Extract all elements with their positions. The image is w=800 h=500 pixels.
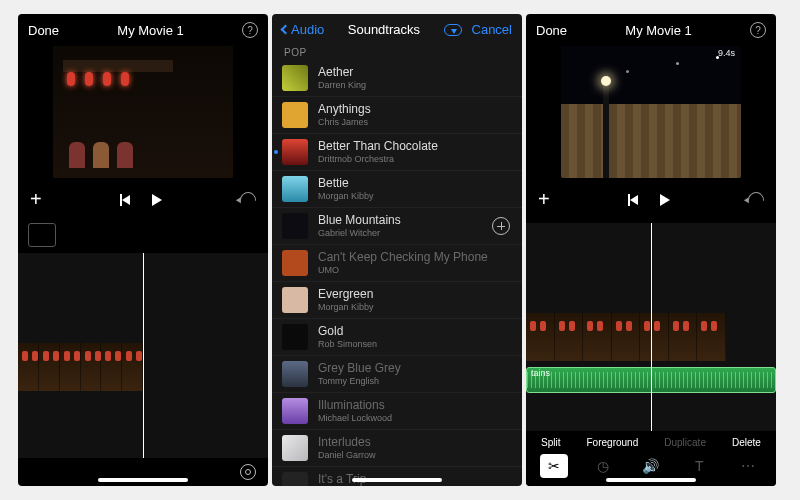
track-artist: Morgan Kibby [318,191,374,201]
filters-tool: ⋯ [734,454,762,478]
track-row[interactable]: It's a TripJoywave [272,467,522,486]
track-artist: Chris James [318,117,371,127]
track-title: Grey Blue Grey [318,362,401,376]
track-row[interactable]: Can't Keep Checking My PhoneUMO [272,245,522,282]
timeline[interactable] [18,253,268,458]
play-button[interactable] [660,194,670,206]
track-title: Aether [318,66,366,80]
settings-icon[interactable] [240,464,256,480]
editor-screen-left: Done My Movie 1 ? + [18,14,268,486]
soundtrack-picker-screen: Audio Soundtracks Cancel POP AetherDarre… [272,14,522,486]
play-button[interactable] [152,194,162,206]
track-title: Bettie [318,177,374,191]
cancel-button[interactable]: Cancel [472,22,512,37]
home-indicator[interactable] [606,478,696,482]
video-preview[interactable]: 9.4s [561,46,741,178]
add-track-button[interactable] [492,217,510,235]
project-title: My Movie 1 [117,23,183,38]
track-artist: Rob Simonsen [318,339,377,349]
video-clip[interactable] [526,313,726,361]
track-row[interactable]: EvergreenMorgan Kibby [272,282,522,319]
undo-button[interactable] [745,188,768,211]
track-artist: Gabriel Witcher [318,228,401,238]
track-row[interactable]: Better Than ChocolateDrittmob Orchestra [272,134,522,171]
album-art [282,324,308,350]
album-art [282,139,308,165]
help-icon[interactable]: ? [242,22,258,38]
add-media-button[interactable]: + [30,188,42,211]
done-button[interactable]: Done [28,23,59,38]
track-title: Anythings [318,103,371,117]
clip-placeholder-icon [28,223,56,247]
track-row[interactable]: GoldRob Simonsen [272,319,522,356]
track-artist: Drittmob Orchestra [318,154,438,164]
video-preview[interactable] [53,46,233,178]
album-art [282,398,308,424]
editor-screen-right: Done My Movie 1 ? 9.4s + tains Split For… [526,14,776,486]
preview-timestamp: 9.4s [718,48,735,58]
done-button[interactable]: Done [536,23,567,38]
chevron-left-icon [281,25,291,35]
album-art [282,65,308,91]
section-header: POP [272,41,522,60]
titles-tool: T [685,454,713,478]
help-icon[interactable]: ? [750,22,766,38]
track-artist: UMO [318,265,488,275]
cloud-download-icon[interactable] [444,24,462,36]
home-indicator[interactable] [352,478,442,482]
album-art [282,213,308,239]
volume-tool[interactable]: 🔊 [637,454,665,478]
track-artist: Daniel Garrow [318,450,376,460]
delete-action[interactable]: Delete [732,437,761,448]
track-row[interactable]: AnythingsChris James [272,97,522,134]
timeline[interactable]: tains [526,223,776,431]
track-title: Evergreen [318,288,374,302]
video-clip[interactable] [18,343,143,391]
split-action[interactable]: Split [541,437,560,448]
track-row[interactable]: Grey Blue GreyTommy English [272,356,522,393]
add-media-button[interactable]: + [538,188,550,211]
playhead[interactable] [143,253,144,458]
album-art [282,176,308,202]
track-row[interactable]: Blue MountainsGabriel Witcher [272,208,522,245]
track-list[interactable]: AetherDarren KingAnythingsChris JamesBet… [272,60,522,486]
back-button[interactable]: Audio [282,22,324,37]
home-indicator[interactable] [98,478,188,482]
album-art [282,435,308,461]
track-title: Blue Mountains [318,214,401,228]
speed-tool: ◷ [589,454,617,478]
track-artist: Tommy English [318,376,401,386]
track-artist: Morgan Kibby [318,302,374,312]
track-row[interactable]: AetherDarren King [272,60,522,97]
album-art [282,287,308,313]
track-title: Better Than Chocolate [318,140,438,154]
album-art [282,472,308,486]
track-row[interactable]: BettieMorgan Kibby [272,171,522,208]
now-playing-dot-icon [274,150,278,154]
duplicate-action: Duplicate [664,437,706,448]
clip-action-bar: Split Foreground Duplicate Delete [526,431,776,450]
track-title: Illuminations [318,399,392,413]
picker-title: Soundtracks [348,22,420,37]
project-title: My Movie 1 [625,23,691,38]
album-art [282,250,308,276]
album-art [282,102,308,128]
track-title: Interludes [318,436,376,450]
track-artist: Darren King [318,80,366,90]
scissors-tool[interactable]: ✂ [540,454,568,478]
playhead[interactable] [651,223,652,431]
track-title: Gold [318,325,377,339]
undo-button[interactable] [237,188,260,211]
track-row[interactable]: InterludesDaniel Garrow [272,430,522,467]
album-art [282,361,308,387]
track-artist: Michael Lockwood [318,413,392,423]
skip-to-start-button[interactable] [628,194,638,206]
skip-to-start-button[interactable] [120,194,130,206]
track-row[interactable]: IlluminationsMichael Lockwood [272,393,522,430]
foreground-action[interactable]: Foreground [587,437,639,448]
track-title: Can't Keep Checking My Phone [318,251,488,265]
